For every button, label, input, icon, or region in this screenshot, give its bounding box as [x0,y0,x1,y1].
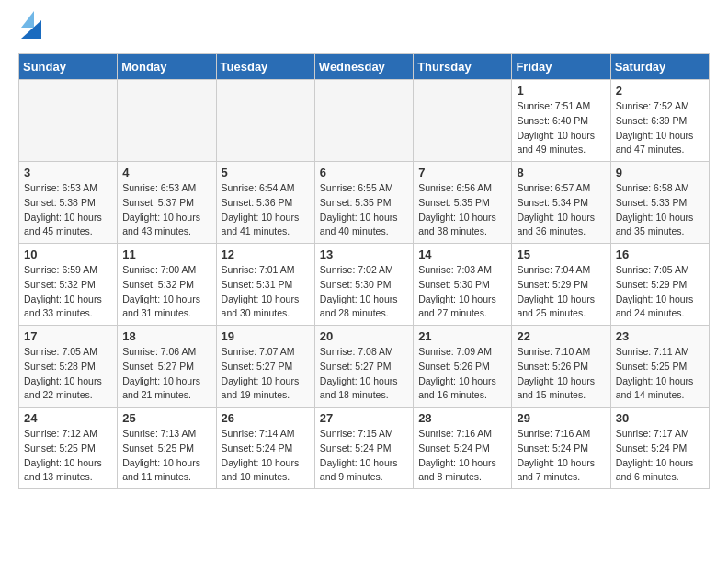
day-number: 23 [616,329,704,343]
calendar-cell: 3Sunrise: 6:53 AM Sunset: 5:38 PM Daylig… [19,162,118,244]
day-info: Sunrise: 7:04 AM Sunset: 5:29 PM Dayligh… [517,263,605,321]
day-number: 30 [616,411,704,425]
calendar-cell: 5Sunrise: 6:54 AM Sunset: 5:36 PM Daylig… [216,162,314,244]
day-number: 16 [616,247,704,261]
day-info: Sunrise: 7:12 AM Sunset: 5:25 PM Dayligh… [24,427,112,485]
day-info: Sunrise: 7:02 AM Sunset: 5:30 PM Dayligh… [320,263,408,321]
header [18,15,710,42]
calendar-cell: 20Sunrise: 7:08 AM Sunset: 5:27 PM Dayli… [314,326,413,408]
day-info: Sunrise: 6:54 AM Sunset: 5:36 PM Dayligh… [222,181,310,239]
calendar-cell: 7Sunrise: 6:56 AM Sunset: 5:35 PM Daylig… [414,162,512,244]
week-row-1: 1Sunrise: 7:51 AM Sunset: 6:40 PM Daylig… [19,80,710,162]
calendar-cell: 29Sunrise: 7:16 AM Sunset: 5:24 PM Dayli… [512,408,610,489]
weekday-header-monday: Monday [118,54,216,80]
day-info: Sunrise: 6:53 AM Sunset: 5:38 PM Dayligh… [24,181,112,239]
day-info: Sunrise: 7:05 AM Sunset: 5:29 PM Dayligh… [616,263,704,321]
day-info: Sunrise: 7:17 AM Sunset: 5:24 PM Dayligh… [616,427,704,485]
day-number: 10 [24,247,112,261]
day-number: 29 [517,411,605,425]
day-info: Sunrise: 7:00 AM Sunset: 5:32 PM Dayligh… [122,263,210,321]
calendar-cell: 18Sunrise: 7:06 AM Sunset: 5:27 PM Dayli… [118,326,216,408]
day-info: Sunrise: 7:07 AM Sunset: 5:27 PM Dayligh… [222,345,310,403]
day-info: Sunrise: 7:03 AM Sunset: 5:30 PM Dayligh… [418,263,506,321]
weekday-header-saturday: Saturday [610,54,709,80]
calendar-cell: 25Sunrise: 7:13 AM Sunset: 5:25 PM Dayli… [118,408,216,489]
week-row-3: 10Sunrise: 6:59 AM Sunset: 5:32 PM Dayli… [19,244,710,326]
day-info: Sunrise: 7:09 AM Sunset: 5:26 PM Dayligh… [418,345,506,403]
day-number: 18 [122,329,210,343]
week-row-4: 17Sunrise: 7:05 AM Sunset: 5:28 PM Dayli… [19,326,710,408]
day-number: 26 [222,411,310,425]
calendar-cell: 16Sunrise: 7:05 AM Sunset: 5:29 PM Dayli… [610,244,709,326]
calendar-cell: 14Sunrise: 7:03 AM Sunset: 5:30 PM Dayli… [414,244,512,326]
weekday-header-row: SundayMondayTuesdayWednesdayThursdayFrid… [19,54,710,80]
day-number: 7 [418,166,506,179]
weekday-header-wednesday: Wednesday [314,54,413,80]
calendar-cell: 6Sunrise: 6:55 AM Sunset: 5:35 PM Daylig… [314,162,413,244]
day-info: Sunrise: 6:58 AM Sunset: 5:33 PM Dayligh… [616,181,704,239]
calendar-cell: 9Sunrise: 6:58 AM Sunset: 5:33 PM Daylig… [610,162,709,244]
logo-triangle-icon [21,11,41,39]
day-number: 25 [122,411,210,425]
day-info: Sunrise: 7:05 AM Sunset: 5:28 PM Dayligh… [24,345,112,403]
calendar-cell: 12Sunrise: 7:01 AM Sunset: 5:31 PM Dayli… [216,244,314,326]
day-info: Sunrise: 7:51 AM Sunset: 6:40 PM Dayligh… [517,99,605,157]
calendar-cell: 28Sunrise: 7:16 AM Sunset: 5:24 PM Dayli… [414,408,512,489]
week-row-5: 24Sunrise: 7:12 AM Sunset: 5:25 PM Dayli… [19,408,710,489]
calendar-cell: 17Sunrise: 7:05 AM Sunset: 5:28 PM Dayli… [19,326,118,408]
calendar-cell: 1Sunrise: 7:51 AM Sunset: 6:40 PM Daylig… [512,80,610,162]
day-number: 8 [517,166,605,179]
calendar-cell [19,80,118,162]
logo [18,15,41,42]
day-number: 14 [418,247,506,261]
day-info: Sunrise: 7:10 AM Sunset: 5:26 PM Dayligh… [517,345,605,403]
calendar-cell: 26Sunrise: 7:14 AM Sunset: 5:24 PM Dayli… [216,408,314,489]
day-number: 12 [222,247,310,261]
calendar-cell: 30Sunrise: 7:17 AM Sunset: 5:24 PM Dayli… [610,408,709,489]
day-number: 5 [222,166,310,179]
day-number: 22 [517,329,605,343]
day-number: 24 [24,411,112,425]
calendar-cell: 2Sunrise: 7:52 AM Sunset: 6:39 PM Daylig… [610,80,709,162]
calendar-cell: 13Sunrise: 7:02 AM Sunset: 5:30 PM Dayli… [314,244,413,326]
day-info: Sunrise: 6:56 AM Sunset: 5:35 PM Dayligh… [418,181,506,239]
calendar-cell: 27Sunrise: 7:15 AM Sunset: 5:24 PM Dayli… [314,408,413,489]
day-number: 13 [320,247,408,261]
day-info: Sunrise: 6:55 AM Sunset: 5:35 PM Dayligh… [320,181,408,239]
day-info: Sunrise: 7:08 AM Sunset: 5:27 PM Dayligh… [320,345,408,403]
day-info: Sunrise: 6:59 AM Sunset: 5:32 PM Dayligh… [24,263,112,321]
calendar-cell [216,80,314,162]
day-number: 11 [122,247,210,261]
day-info: Sunrise: 7:13 AM Sunset: 5:25 PM Dayligh… [122,427,210,485]
day-info: Sunrise: 7:01 AM Sunset: 5:31 PM Dayligh… [222,263,310,321]
day-number: 28 [418,411,506,425]
day-info: Sunrise: 7:06 AM Sunset: 5:27 PM Dayligh… [122,345,210,403]
day-info: Sunrise: 7:15 AM Sunset: 5:24 PM Dayligh… [320,427,408,485]
day-number: 4 [122,166,210,179]
calendar-cell [414,80,512,162]
calendar-cell: 21Sunrise: 7:09 AM Sunset: 5:26 PM Dayli… [414,326,512,408]
calendar-cell: 10Sunrise: 6:59 AM Sunset: 5:32 PM Dayli… [19,244,118,326]
calendar-cell: 4Sunrise: 6:53 AM Sunset: 5:37 PM Daylig… [118,162,216,244]
calendar-cell [314,80,413,162]
weekday-header-tuesday: Tuesday [216,54,314,80]
day-info: Sunrise: 7:16 AM Sunset: 5:24 PM Dayligh… [517,427,605,485]
calendar-cell: 19Sunrise: 7:07 AM Sunset: 5:27 PM Dayli… [216,326,314,408]
day-number: 1 [517,84,605,98]
calendar-cell: 24Sunrise: 7:12 AM Sunset: 5:25 PM Dayli… [19,408,118,489]
day-info: Sunrise: 6:53 AM Sunset: 5:37 PM Dayligh… [122,181,210,239]
calendar-cell: 8Sunrise: 6:57 AM Sunset: 5:34 PM Daylig… [512,162,610,244]
day-info: Sunrise: 7:14 AM Sunset: 5:24 PM Dayligh… [222,427,310,485]
day-number: 19 [222,329,310,343]
day-number: 17 [24,329,112,343]
weekday-header-thursday: Thursday [414,54,512,80]
calendar-cell: 15Sunrise: 7:04 AM Sunset: 5:29 PM Dayli… [512,244,610,326]
week-row-2: 3Sunrise: 6:53 AM Sunset: 5:38 PM Daylig… [19,162,710,244]
day-number: 3 [24,166,112,179]
day-number: 2 [616,84,704,98]
day-number: 20 [320,329,408,343]
day-info: Sunrise: 7:52 AM Sunset: 6:39 PM Dayligh… [616,99,704,157]
day-number: 15 [517,247,605,261]
day-number: 9 [616,166,704,179]
svg-marker-1 [21,11,34,28]
